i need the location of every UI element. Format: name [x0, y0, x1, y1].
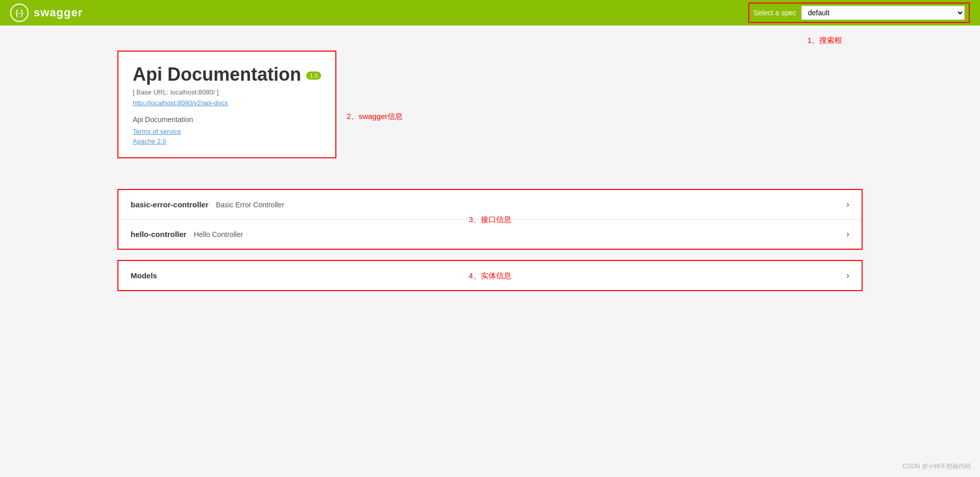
- controller-info-hello: hello-controller Hello Controller: [131, 230, 243, 239]
- spec-select[interactable]: default: [801, 6, 965, 20]
- apache-license-link[interactable]: Apache 2.0: [133, 137, 321, 145]
- main-content: 1、搜索框 Api Documentation 1.0 [ Base URL: …: [107, 26, 873, 312]
- info-block: Api Documentation 1.0 [ Base URL: localh…: [117, 51, 336, 158]
- swagger-hint-text: 2、swagger信息: [347, 112, 403, 121]
- controller-name-hello: hello-controller: [131, 230, 186, 238]
- chevron-right-icon-hello: ›: [846, 229, 849, 240]
- swagger-info-hint-annotation: 2、swagger信息: [347, 112, 403, 122]
- models-title: Models: [131, 271, 157, 280]
- controller-desc-hello: Hello Controller: [194, 230, 243, 238]
- base-url: [ Base URL: localhost:8080/ ]: [133, 88, 321, 96]
- api-title-row: Api Documentation 1.0: [133, 64, 321, 85]
- csdn-watermark: CSDN @小钟不想敲代码: [902, 462, 971, 471]
- controller-desc-basic-error: Basic Error Controller: [216, 201, 284, 209]
- spec-selector-area: Select a spec default: [748, 3, 970, 23]
- spec-label: Select a spec: [753, 9, 796, 17]
- controller-name-basic-error: basic-error-controller: [131, 200, 209, 209]
- models-section: Models ›: [117, 260, 863, 291]
- logo-area: {-} swagger: [10, 4, 83, 22]
- controller-row-hello[interactable]: hello-controller Hello Controller ›: [118, 220, 862, 249]
- chevron-right-icon-models: ›: [846, 270, 849, 281]
- header: {-} swagger Select a spec default: [0, 0, 980, 26]
- controllers-section: basic-error-controller Basic Error Contr…: [117, 189, 863, 250]
- controller-row-basic-error[interactable]: basic-error-controller Basic Error Contr…: [118, 190, 862, 220]
- api-title: Api Documentation: [133, 64, 301, 85]
- api-docs-link[interactable]: http://localhost:8080/v2/api-docs: [133, 99, 228, 107]
- terms-of-service-link[interactable]: Terms of service: [133, 128, 321, 135]
- search-hint-annotation: 1、搜索框: [117, 36, 863, 45]
- logo-text: swagger: [34, 6, 83, 19]
- chevron-right-icon-basic-error: ›: [846, 199, 849, 210]
- models-row[interactable]: Models ›: [118, 261, 862, 290]
- controller-info: basic-error-controller Basic Error Contr…: [131, 200, 284, 209]
- swagger-logo-icon: {-}: [10, 4, 29, 22]
- api-description: Api Documentation: [133, 115, 321, 124]
- version-badge: 1.0: [306, 71, 321, 80]
